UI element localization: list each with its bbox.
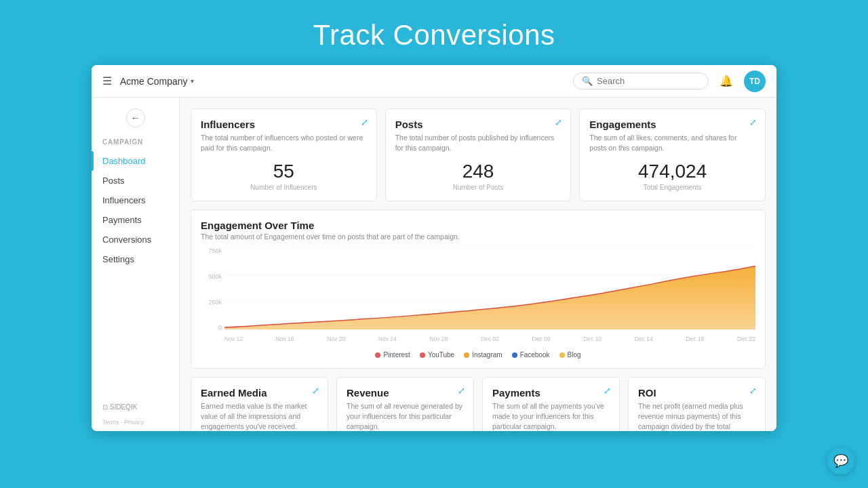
x-label-6: Dec 02	[481, 336, 499, 342]
x-label-7: Dec 06	[532, 336, 551, 342]
legend-dot-blog	[559, 352, 565, 358]
x-label-10: Dec 18	[686, 336, 704, 342]
legend-label-pinterest: Pinterest	[383, 351, 410, 359]
chart-x-axis: Nov 12 Nov 16 Nov 20 Nov 24 Nov 28 Dec 0…	[224, 332, 755, 346]
sidebar-footer: ⊡ SIDEQIK	[92, 395, 179, 419]
sidebar-item-label: Dashboard	[102, 156, 146, 166]
revenue-desc: The sum of all revenue generated by your…	[347, 401, 464, 431]
content-area: ⤢ Influencers The total number of influe…	[180, 98, 776, 431]
search-input[interactable]	[597, 76, 700, 86]
engagement-chart	[224, 247, 755, 331]
company-selector[interactable]: Acme Company ▾	[120, 76, 194, 87]
legend-dot-facebook	[512, 352, 517, 358]
hamburger-icon[interactable]: ☰	[102, 75, 112, 87]
roi-card: ⤢ ROI The net profit (earned media plus …	[628, 377, 766, 431]
legend-youtube: YouTube	[420, 351, 454, 359]
legend-pinterest: Pinterest	[375, 351, 410, 359]
sidebar-item-settings[interactable]: Settings	[92, 249, 179, 269]
engagements-value: 474,024	[589, 161, 755, 182]
sidebar-section-label: CAMPAIGN	[92, 138, 179, 151]
sidebar-item-payments[interactable]: Payments	[92, 210, 179, 230]
privacy-link[interactable]: Privacy	[124, 419, 144, 426]
sideqik-logo: ⊡ SIDEQIK	[102, 403, 137, 411]
chart-container: 750k 500k 250k 0	[201, 247, 755, 346]
external-link-icon[interactable]: ⤢	[749, 386, 757, 396]
payments-title: Payments	[492, 387, 610, 399]
external-link-icon[interactable]: ⤢	[749, 117, 757, 127]
x-label-11: Dec 22	[737, 336, 755, 342]
payments-card: ⤢ Payments The sum of all the payments y…	[482, 377, 620, 431]
engagements-card: ⤢ Engagements The sum of all likes, comm…	[579, 108, 766, 201]
legend-dot-youtube	[420, 352, 425, 358]
sidebar-item-label: Influencers	[102, 195, 146, 205]
external-link-icon[interactable]: ⤢	[458, 386, 465, 396]
main-layout: ← CAMPAIGN Dashboard Posts Influencers P…	[92, 98, 776, 431]
terms-link[interactable]: Terms	[102, 419, 119, 426]
chat-bubble-button[interactable]: 💬	[827, 447, 854, 474]
y-label-250k: 250k	[201, 299, 224, 306]
chart-svg-area	[224, 247, 755, 331]
back-arrow-icon: ←	[131, 113, 140, 123]
legend-label-facebook: Facebook	[520, 351, 550, 359]
posts-value: 248	[395, 161, 561, 182]
x-label-8: Dec 10	[583, 336, 601, 342]
chart-legend: Pinterest YouTube Instagram Facebook	[201, 351, 755, 359]
legend-facebook: Facebook	[512, 351, 550, 359]
sidebar-item-label: Settings	[102, 254, 134, 264]
x-label-2: Nov 16	[276, 336, 294, 342]
external-link-icon[interactable]: ⤢	[604, 386, 611, 396]
external-link-icon[interactable]: ⤢	[555, 117, 562, 127]
engagements-card-desc: The sum of all likes, comments, and shar…	[589, 133, 755, 152]
sidebar-back: ←	[92, 108, 179, 127]
x-label-1: Nov 12	[224, 336, 243, 342]
app-window: ☰ Acme Company ▾ 🔍 🔔 TD ← CAMPAIGN Dashb…	[92, 65, 776, 431]
sidebar-item-dashboard[interactable]: Dashboard	[92, 151, 179, 171]
page-title-section: Track Conversions	[0, 0, 868, 65]
influencers-sublabel: Number of Influencers	[201, 184, 367, 191]
revenue-title: Revenue	[347, 387, 464, 399]
bell-icon[interactable]: 🔔	[719, 75, 733, 87]
chart-title: Engagement Over Time	[201, 220, 755, 231]
external-link-icon[interactable]: ⤢	[361, 117, 368, 127]
x-label-9: Dec 14	[635, 336, 653, 342]
company-name: Acme Company	[120, 76, 188, 87]
top-nav: ☰ Acme Company ▾ 🔍 🔔 TD	[92, 65, 776, 98]
influencers-card-title: Influencers	[201, 119, 367, 130]
x-label-4: Nov 24	[378, 336, 397, 342]
y-label-750k: 750k	[201, 247, 224, 254]
revenue-card: ⤢ Revenue The sum of all revenue generat…	[336, 377, 474, 431]
payments-desc: The sum of all the payments you've made …	[492, 401, 610, 431]
legend-label-youtube: YouTube	[428, 351, 454, 359]
chart-desc: The total amount of Engagement over time…	[201, 232, 755, 241]
footer-links: Terms · Privacy	[92, 419, 179, 431]
influencers-card: ⤢ Influencers The total number of influe…	[191, 108, 377, 201]
influencers-value: 55	[201, 161, 367, 182]
sidebar-item-label: Conversions	[102, 235, 151, 245]
roi-title: ROI	[638, 387, 755, 399]
back-button[interactable]: ←	[126, 108, 145, 127]
external-link-icon[interactable]: ⤢	[312, 386, 319, 396]
search-bar[interactable]: 🔍	[573, 73, 709, 89]
bottom-stat-cards-row: ⤢ Earned Media Earned media value is the…	[191, 377, 766, 431]
legend-blog: Blog	[559, 351, 581, 359]
legend-label-instagram: Instagram	[472, 351, 502, 359]
posts-card: ⤢ Posts The total number of posts publis…	[385, 108, 572, 201]
legend-dot-pinterest	[375, 352, 380, 358]
engagements-sublabel: Total Engagements	[589, 184, 755, 191]
chart-area-path	[224, 266, 755, 329]
posts-card-title: Posts	[395, 119, 561, 130]
sidebar-item-influencers[interactable]: Influencers	[92, 190, 179, 210]
legend-label-blog: Blog	[568, 351, 581, 359]
chart-section: Engagement Over Time The total amount of…	[191, 209, 766, 369]
x-label-5: Nov 28	[429, 336, 448, 342]
chart-y-axis: 750k 500k 250k 0	[201, 247, 224, 331]
y-label-500k: 500k	[201, 273, 224, 280]
sidebar-item-conversions[interactable]: Conversions	[92, 230, 179, 249]
sidebar: ← CAMPAIGN Dashboard Posts Influencers P…	[92, 98, 180, 431]
influencers-card-desc: The total number of influencers who post…	[201, 133, 367, 152]
sidebar-item-posts[interactable]: Posts	[92, 171, 179, 190]
engagements-card-title: Engagements	[589, 119, 755, 130]
avatar[interactable]: TD	[744, 70, 766, 92]
sidebar-item-label: Payments	[102, 215, 142, 225]
earned-media-card: ⤢ Earned Media Earned media value is the…	[191, 377, 328, 431]
